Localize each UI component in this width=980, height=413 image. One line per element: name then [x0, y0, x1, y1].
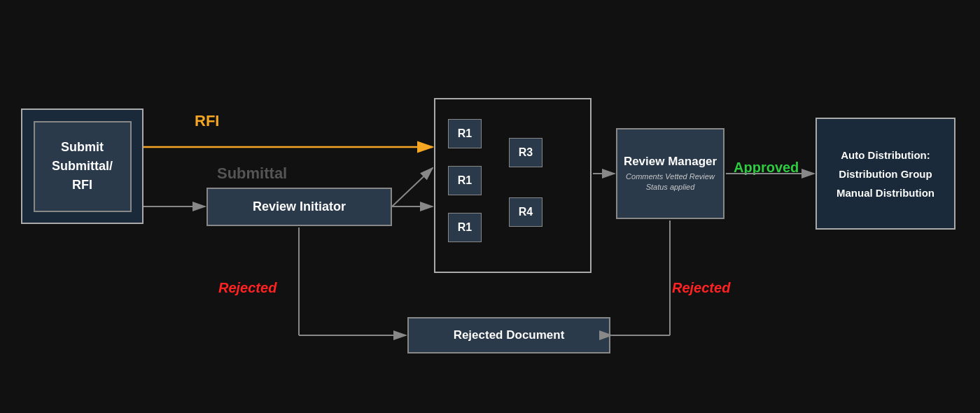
- submittal-label: Submittal: [217, 164, 287, 183]
- review-manager-title: Review Manager: [624, 155, 717, 169]
- r3-box: R3: [509, 138, 542, 167]
- auto-dist-box: Auto Distribution: Distribution Group Ma…: [816, 118, 955, 230]
- rejected-left-label: Rejected: [218, 280, 276, 296]
- submit-outer-box: Submit Submittal/ RFI: [21, 108, 144, 224]
- approved-label: Approved: [734, 160, 799, 176]
- review-initiator-box: Review Initiator: [206, 188, 392, 226]
- review-manager-box: Review Manager Comments Vetted Review St…: [616, 128, 724, 219]
- diagram-container: Submit Submittal/ RFI RFI Submittal Revi…: [0, 0, 980, 413]
- r1-box-2: R1: [448, 166, 482, 195]
- auto-dist-line4: Manual Distribution: [836, 183, 934, 202]
- review-manager-subtitle: Comments Vetted Review Status applied: [617, 172, 723, 193]
- reviewers-outer-box: R1 R1 R1 R3 R4: [434, 98, 592, 273]
- auto-dist-line1: Auto Distribution:: [841, 146, 930, 164]
- initiator-to-reviewers-top: [392, 168, 433, 206]
- submit-label: Submit: [61, 138, 104, 157]
- rfi-label: RFI: [195, 112, 219, 130]
- rejected-right-label: Rejected: [672, 280, 730, 296]
- review-initiator-label: Review Initiator: [253, 200, 346, 214]
- r4-box: R4: [509, 197, 542, 227]
- submit-submittal-label: Submittal/ RFI: [52, 157, 113, 195]
- submit-inner-box: Submit Submittal/ RFI: [34, 121, 132, 212]
- r1-box-1: R1: [448, 119, 482, 148]
- auto-dist-line2: Distribution Group: [839, 164, 932, 183]
- r1-box-3: R1: [448, 213, 482, 242]
- rejected-doc-label: Rejected Document: [454, 328, 565, 342]
- rejected-doc-box: Rejected Document: [407, 317, 610, 354]
